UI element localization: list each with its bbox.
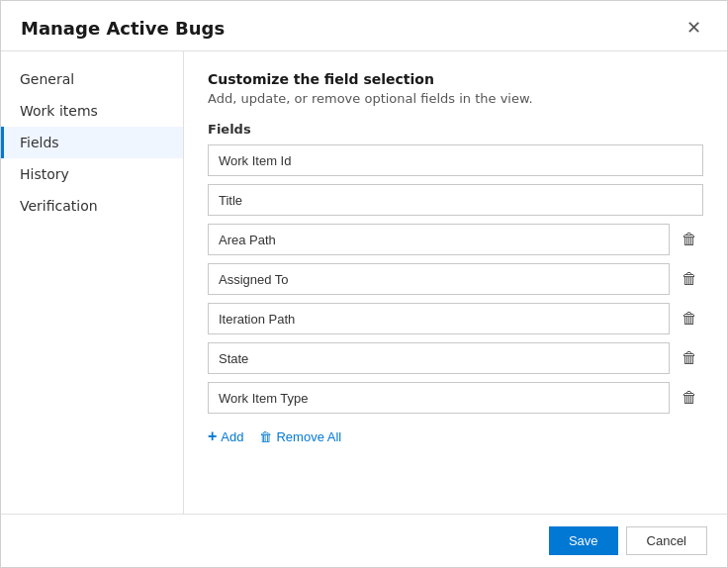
field-row-state: 🗑 (208, 342, 703, 374)
trash-icon: 🗑 (682, 310, 697, 328)
save-button[interactable]: Save (549, 526, 618, 555)
trash-icon: 🗑 (682, 349, 697, 367)
delete-field-button-assigned-to[interactable]: 🗑 (676, 266, 703, 292)
close-button[interactable]: ✕ (681, 17, 707, 39)
dialog-header: Manage Active Bugs ✕ (1, 1, 727, 51)
add-label: Add (221, 429, 243, 444)
fields-container: 🗑🗑🗑🗑🗑 (208, 144, 703, 414)
delete-field-button-state[interactable]: 🗑 (676, 345, 703, 371)
remove-all-button[interactable]: 🗑 Remove All (259, 426, 341, 448)
fields-label: Fields (208, 122, 703, 137)
field-row-assigned-to: 🗑 (208, 263, 703, 295)
trash-icon: 🗑 (682, 231, 697, 248)
section-desc: Add, update, or remove optional fields i… (208, 91, 703, 106)
field-input-work-item-type[interactable] (208, 382, 670, 414)
add-button[interactable]: + Add (208, 424, 243, 449)
delete-field-button-area-path[interactable]: 🗑 (676, 227, 703, 252)
delete-field-button-work-item-type[interactable]: 🗑 (676, 385, 703, 411)
field-input-work-item-id[interactable] (208, 144, 703, 176)
dialog-title: Manage Active Bugs (21, 18, 225, 39)
delete-field-button-iteration-path[interactable]: 🗑 (676, 306, 703, 331)
field-input-iteration-path[interactable] (208, 303, 670, 334)
field-row-work-item-type: 🗑 (208, 382, 703, 414)
plus-icon: + (208, 427, 217, 445)
field-input-state[interactable] (208, 342, 670, 374)
trash-icon: 🗑 (682, 389, 697, 407)
field-row-area-path: 🗑 (208, 224, 703, 255)
sidebar-item-verification[interactable]: Verification (1, 190, 183, 222)
trash-icon: 🗑 (682, 270, 697, 288)
sidebar-item-work-items[interactable]: Work items (1, 95, 183, 127)
cancel-button[interactable]: Cancel (626, 526, 707, 555)
section-title: Customize the field selection (208, 71, 703, 87)
manage-active-bugs-dialog: Manage Active Bugs ✕ GeneralWork itemsFi… (0, 0, 728, 568)
sidebar: GeneralWork itemsFieldsHistoryVerificati… (1, 51, 184, 514)
sidebar-item-history[interactable]: History (1, 158, 183, 190)
field-input-title[interactable] (208, 184, 703, 216)
trash-small-icon: 🗑 (259, 429, 272, 444)
field-row-iteration-path: 🗑 (208, 303, 703, 334)
sidebar-item-fields[interactable]: Fields (1, 127, 183, 158)
field-input-area-path[interactable] (208, 224, 670, 255)
field-row-work-item-id (208, 144, 703, 176)
dialog-footer: Save Cancel (1, 514, 727, 567)
field-row-title (208, 184, 703, 216)
actions-row: + Add 🗑 Remove All (208, 424, 703, 449)
remove-all-label: Remove All (276, 429, 341, 444)
sidebar-item-general[interactable]: General (1, 63, 183, 95)
field-input-assigned-to[interactable] (208, 263, 670, 295)
main-content: Customize the field selection Add, updat… (184, 51, 727, 514)
dialog-body: GeneralWork itemsFieldsHistoryVerificati… (1, 51, 727, 514)
